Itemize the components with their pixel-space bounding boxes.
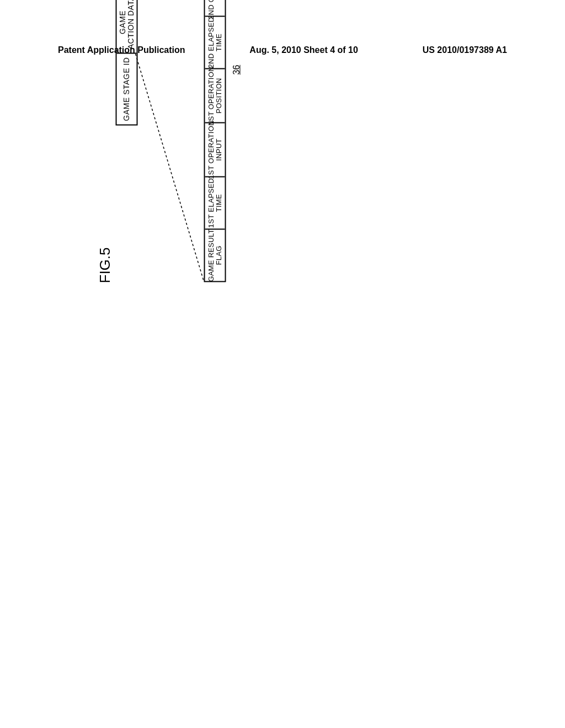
bottom-table: GAME RESULTFLAG 1ST ELAPSEDTIME 1ST OPER… xyxy=(204,0,226,282)
reference-number: 36 xyxy=(232,65,242,75)
svg-line-0 xyxy=(136,54,204,282)
figure-content: FIG.5 GAME STAGE ID GAMEACTION DATA GAME… xyxy=(281,279,282,279)
header-center: Aug. 5, 2010 Sheet 4 of 10 xyxy=(249,45,358,55)
cell-1st-operation-position: 1ST OPERATIONPOSITION xyxy=(205,68,225,122)
page-header: Patent Application Publication Aug. 5, 2… xyxy=(0,45,565,55)
cell-1st-elapsed-time: 1ST ELAPSEDTIME xyxy=(205,176,225,229)
figure-label: FIG.5 xyxy=(97,247,114,283)
cell-2nd-elapsed-time: 2ND ELAPSEDTIME xyxy=(205,16,225,68)
cell-game-result-flag: GAME RESULTFLAG xyxy=(205,229,225,281)
cell-2nd-operation-input: 2ND OPERATIONINPUT xyxy=(205,0,225,16)
header-right: US 2010/0197389 A1 xyxy=(423,45,507,55)
cell-1st-operation-input: 1ST OPERATIONINPUT xyxy=(205,122,225,176)
